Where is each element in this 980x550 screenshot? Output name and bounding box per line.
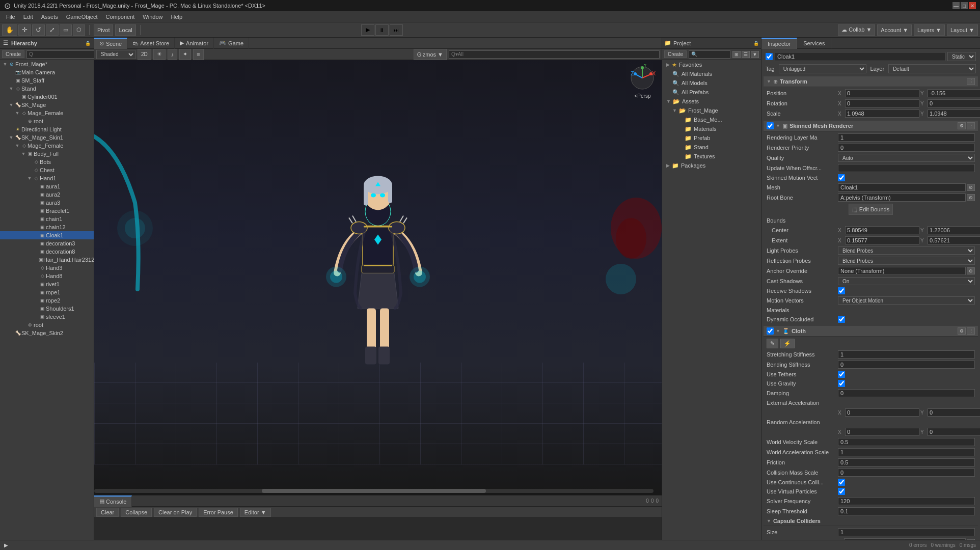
expand-arrow-root1[interactable]: ▶ — [20, 118, 26, 124]
project-view-btn-2[interactable]: ☰ — [742, 51, 750, 58]
materials-item[interactable]: 📁 Materials — [662, 124, 761, 133]
tree-item-rope1[interactable]: ▣ rope1 — [0, 288, 94, 296]
prefab-item[interactable]: 📁 Prefab — [662, 133, 761, 143]
tree-item-hand8[interactable]: ◇ Hand8 — [0, 272, 94, 280]
tree-item-root-2[interactable]: ▶ ⊕ root — [0, 321, 94, 329]
tree-item-hand1[interactable]: ▼ ◇ Hand1 — [0, 174, 94, 182]
move-tool[interactable]: ✛ — [18, 24, 31, 36]
object-name-field[interactable] — [775, 52, 945, 61]
menu-file[interactable]: File — [2, 13, 19, 21]
tab-services[interactable]: Services — [797, 38, 831, 49]
tree-item-rivet1[interactable]: ▣ rivet1 — [0, 280, 94, 288]
damping-field[interactable] — [838, 389, 975, 397]
rotate-tool[interactable]: ↺ — [32, 24, 45, 36]
scene-scrollbar[interactable] — [94, 489, 654, 493]
layer-dropdown[interactable]: Default — [888, 64, 976, 73]
pos-y-field[interactable] — [928, 89, 980, 97]
tree-item-aura2[interactable]: ▣ aura2 — [0, 190, 94, 199]
scene-effects-button[interactable]: ✦ — [179, 49, 191, 60]
tree-item-sk-skin1[interactable]: ▼ 🦴 SK_Mage_Skin1 — [0, 133, 94, 142]
scene-view[interactable]: Y X Z <Persp — [94, 60, 662, 495]
menu-window[interactable]: Window — [139, 13, 167, 21]
cloth-section-header[interactable]: ▼ 🧵 Cloth ⚙ ⋮ — [764, 326, 978, 337]
shading-dropdown[interactable]: Shaded Wireframe — [96, 50, 135, 59]
play-button[interactable]: ▶ — [361, 24, 374, 36]
menu-gameobject[interactable]: GameObject — [62, 13, 102, 21]
hierarchy-create-button[interactable]: Create — [2, 50, 24, 58]
tree-item-dir-light[interactable]: ▶ ☀ Directional Light — [0, 125, 94, 133]
root-bone-pick-btn[interactable]: ⊙ — [967, 194, 975, 201]
cloth-collision-btn[interactable]: ⚡ — [780, 339, 795, 348]
mesh-pick-btn[interactable]: ⊙ — [967, 184, 975, 191]
tree-item-rope2[interactable]: ▣ rope2 — [0, 296, 94, 305]
be-y-field[interactable] — [928, 236, 980, 244]
bending-field[interactable] — [838, 361, 975, 369]
tree-item-main-camera[interactable]: ▶ 📷 Main Camera — [0, 68, 94, 76]
anchor-override-field[interactable] — [838, 267, 966, 275]
world-velocity-field[interactable] — [838, 438, 975, 446]
pause-button[interactable]: ⏸ — [375, 24, 389, 36]
tree-item-cloak1[interactable]: ▣ Cloak1 — [0, 231, 94, 239]
tree-item-bots[interactable]: ▶ ◇ Bots — [0, 158, 94, 166]
tree-item-bracelet1[interactable]: ▣ Bracelet1 — [0, 207, 94, 215]
all-materials-item[interactable]: 🔍 All Materials — [662, 69, 761, 78]
ea-y-field[interactable] — [928, 408, 980, 417]
expand-arrow-sk-mage[interactable]: ▼ — [8, 102, 14, 108]
smr-enabled-checkbox[interactable] — [767, 122, 774, 129]
sc-y-field[interactable] — [928, 109, 980, 118]
scene-sky-button[interactable]: ≡ — [193, 49, 203, 60]
hand-tool[interactable]: ✋ — [2, 24, 17, 36]
renderer-priority-field[interactable] — [838, 144, 975, 152]
favorites-header[interactable]: ▶ ★ Favorites — [662, 60, 761, 69]
world-accel-field[interactable] — [838, 448, 975, 456]
bc-y-field[interactable] — [928, 226, 980, 234]
tab-scene[interactable]: ⊙ Scene — [94, 38, 127, 49]
local-button[interactable]: Local — [115, 24, 135, 36]
tree-item-frost-mage[interactable]: ▼ ⊙ Frost_Mage* — [0, 60, 94, 68]
tree-item-hand3[interactable]: ◇ Hand3 — [0, 264, 94, 272]
expand-arrow-mf2[interactable]: ▼ — [14, 143, 20, 149]
layout-button[interactable]: Layout ▼ — [947, 24, 978, 36]
tab-animator[interactable]: ▶ Animator — [175, 38, 214, 49]
scale-tool[interactable]: ⤢ — [46, 24, 59, 36]
rendering-layer-field[interactable] — [838, 133, 975, 142]
project-search-input[interactable] — [689, 50, 730, 59]
tab-game[interactable]: 🎮 Game — [214, 38, 249, 49]
skinned-motion-checkbox[interactable] — [838, 174, 845, 181]
frost-mage-asset[interactable]: ▼ 📂 Frost_Mage — [662, 106, 761, 115]
tree-item-mage-female-1[interactable]: ▼ ◇ Mage_Female — [0, 109, 94, 117]
transform-context-btn[interactable]: ⋮ — [967, 78, 975, 85]
project-create-button[interactable]: Create — [664, 50, 687, 58]
stand-asset-item[interactable]: 📁 Stand — [662, 143, 761, 152]
project-view-btn-1[interactable]: ⊞ — [732, 51, 741, 58]
layers-button[interactable]: Layers ▼ — [914, 24, 945, 36]
object-active-checkbox[interactable] — [766, 53, 773, 60]
tree-item-decoration3[interactable]: ▣ decoration3 — [0, 239, 94, 248]
use-cont-collision-checkbox[interactable] — [838, 479, 845, 486]
expand-arrow-cyl[interactable]: ▶ — [14, 94, 20, 100]
expand-arrow-sm-staff[interactable]: ▶ — [8, 77, 14, 84]
bc-x-field[interactable] — [845, 226, 919, 234]
scene-audio-button[interactable]: ♪ — [168, 49, 178, 60]
expand-arrow-body[interactable]: ▼ — [20, 151, 26, 157]
tree-item-sleeve1[interactable]: ▣ sleeve1 — [0, 313, 94, 321]
tree-item-aura1[interactable]: ▣ aura1 — [0, 182, 94, 190]
collab-button[interactable]: ☁ Collab ▼ — [838, 24, 875, 36]
transform-tool[interactable]: ⬡ — [73, 24, 85, 36]
assets-header[interactable]: ▼ 📂 Assets — [662, 97, 761, 106]
smr-settings-btn[interactable]: ⚙ — [958, 122, 966, 129]
sleep-threshold-field[interactable] — [838, 507, 975, 515]
project-view-btn-3[interactable]: ▼ — [751, 51, 759, 58]
expand-arrow-root2[interactable]: ▶ — [20, 322, 26, 328]
dynamic-occluded-checkbox[interactable] — [838, 316, 845, 323]
tree-item-aura3[interactable]: ▣ aura3 — [0, 199, 94, 207]
step-button[interactable]: ⏭ — [390, 24, 403, 36]
be-x-field[interactable] — [845, 236, 919, 244]
ea-x-field[interactable] — [845, 408, 919, 417]
edit-bounds-button[interactable]: ⬚ Edit Bounds — [849, 204, 893, 215]
scene-search[interactable] — [449, 50, 660, 59]
textures-item[interactable]: 📁 Textures — [662, 152, 761, 161]
all-models-item[interactable]: 🔍 All Models — [662, 78, 761, 88]
ra-y-field[interactable] — [928, 428, 980, 436]
all-prefabs-item[interactable]: 🔍 All Prefabs — [662, 88, 761, 97]
